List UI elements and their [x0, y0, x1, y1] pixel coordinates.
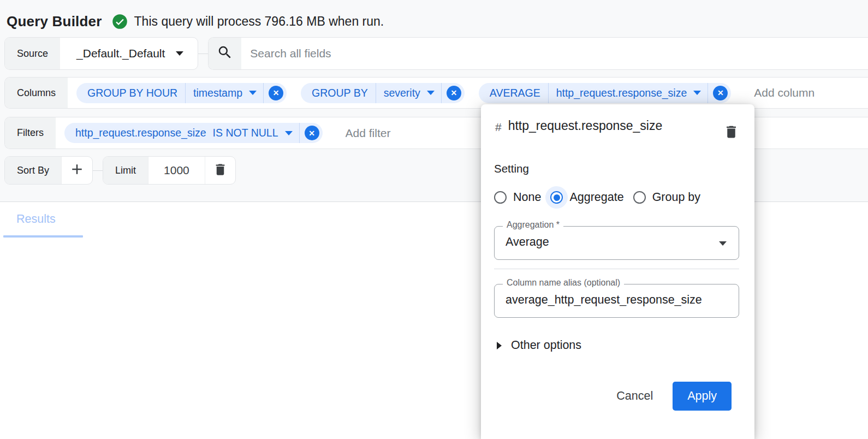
other-options-expander[interactable]: Other options [494, 339, 739, 352]
trash-icon [213, 162, 228, 179]
chip-operator: GROUP BY [301, 87, 376, 99]
filter-operator-value: IS NOT NULL [213, 127, 278, 139]
alias-field-value: average_http_request_response_size [506, 293, 730, 307]
remove-chip-button[interactable]: ✕ [447, 86, 461, 100]
chevron-down-icon [176, 51, 183, 56]
chip-separator [708, 83, 708, 103]
remove-chip-button[interactable]: ✕ [305, 126, 319, 140]
check-circle-icon [112, 14, 128, 29]
remove-chip-button[interactable]: ✕ [713, 86, 728, 100]
column-chip-timestamp[interactable]: GROUP BY HOUR timestamp ✕ [76, 83, 287, 103]
radio-circle-icon [494, 191, 507, 204]
filter-field-value: http_request.response_size [75, 127, 206, 139]
sort-by-group: Sort By [4, 156, 93, 185]
dialog-header: # http_request.response_size [494, 116, 739, 141]
arrow-right-icon [497, 342, 502, 349]
search-group [208, 37, 868, 70]
source-row: Source _Default._Default [4, 37, 868, 70]
columns-label: Columns [5, 78, 68, 108]
dialog-title: http_request.response_size [508, 116, 688, 135]
numeric-type-icon: # [495, 121, 502, 134]
delete-column-button[interactable] [723, 124, 739, 141]
radio-circle-icon [633, 191, 646, 204]
add-filter-input[interactable] [337, 127, 430, 140]
radio-aggregate[interactable]: Aggregate [550, 191, 623, 204]
chip-separator [263, 83, 264, 103]
aggregation-field-value: Average [506, 235, 549, 249]
dialog-footer: Cancel Apply [494, 382, 739, 411]
connector-line [93, 170, 103, 171]
chevron-down-icon [693, 91, 701, 95]
chip-field-dropdown[interactable]: severity [376, 87, 441, 99]
radio-none-label: None [513, 191, 541, 204]
chip-operator: GROUP BY HOUR [76, 87, 185, 99]
filter-chip-response-size[interactable]: http_request.response_size IS NOT NULL ✕ [64, 123, 323, 143]
chip-field-value: timestamp [193, 87, 242, 99]
search-field-wrap [241, 38, 868, 69]
chip-field-dropdown[interactable]: timestamp [186, 87, 263, 99]
chip-field-value: http_request.response_size [556, 87, 687, 99]
filter-chip-dropdown[interactable]: http_request.response_size IS NOT NULL [64, 127, 299, 139]
column-chip-response-size[interactable]: AVERAGE http_request.response_size ✕ [479, 83, 731, 103]
limit-value-input[interactable] [148, 157, 205, 184]
apply-button[interactable]: Apply [673, 382, 732, 411]
query-builder-panel: Query Builder This query will process 79… [0, 0, 868, 439]
add-column-input[interactable] [745, 86, 838, 99]
chip-separator [299, 123, 300, 143]
plus-icon [69, 161, 85, 180]
add-sort-button[interactable] [61, 157, 92, 184]
column-settings-dialog: # http_request.response_size Setting Non… [481, 104, 754, 439]
search-all-fields-input[interactable] [241, 47, 868, 60]
radio-group-by[interactable]: Group by [633, 191, 700, 204]
chip-field-value: severity [384, 87, 420, 99]
tab-results-label: Results [16, 212, 56, 226]
query-process-status: This query will process 796.16 MB when r… [134, 14, 384, 29]
remove-chip-button[interactable]: ✕ [269, 86, 283, 100]
divider [494, 269, 739, 269]
connector-line [198, 54, 208, 54]
chip-separator [441, 83, 442, 103]
aggregation-field-label: Aggregation * [503, 220, 563, 230]
setting-radio-group: None Aggregate Group by [494, 191, 739, 204]
columns-chip-area: GROUP BY HOUR timestamp ✕ GROUP BY [68, 78, 868, 108]
chip-field-dropdown[interactable]: http_request.response_size [549, 87, 708, 99]
source-select[interactable]: _Default._Default [60, 38, 198, 69]
search-icon-cell [209, 38, 241, 69]
trash-icon [723, 133, 739, 141]
limit-group: Limit [103, 156, 236, 185]
chevron-down-icon [719, 241, 727, 246]
aggregation-select[interactable]: Aggregation * Average [494, 226, 739, 260]
source-select-value: _Default._Default [76, 47, 165, 60]
column-alias-field[interactable]: Column name alias (optional) average_htt… [494, 284, 739, 318]
chevron-down-icon [427, 91, 435, 95]
alias-field-label: Column name alias (optional) [503, 278, 624, 288]
column-chip-severity[interactable]: GROUP BY severity ✕ [301, 83, 465, 103]
chevron-down-icon [285, 131, 293, 135]
radio-aggregate-label: Aggregate [569, 191, 623, 204]
search-icon [217, 44, 233, 63]
tab-results[interactable]: Results [16, 212, 83, 238]
sort-by-label: Sort By [5, 157, 61, 184]
remove-limit-button[interactable] [205, 157, 235, 184]
chip-operator: AVERAGE [479, 87, 548, 99]
source-label: Source [5, 38, 60, 69]
source-group: Source _Default._Default [4, 37, 198, 70]
other-options-label: Other options [511, 339, 581, 352]
radio-group-by-label: Group by [652, 191, 700, 204]
header-bar: Query Builder This query will process 79… [0, 0, 868, 32]
radio-selected-icon [550, 191, 563, 204]
setting-heading: Setting [494, 162, 739, 175]
limit-label: Limit [103, 157, 148, 184]
radio-none[interactable]: None [494, 191, 541, 204]
filters-label: Filters [5, 117, 56, 149]
tab-indicator [3, 235, 83, 238]
cancel-button[interactable]: Cancel [604, 382, 665, 410]
chevron-down-icon [249, 91, 257, 95]
page-title: Query Builder [7, 13, 102, 30]
